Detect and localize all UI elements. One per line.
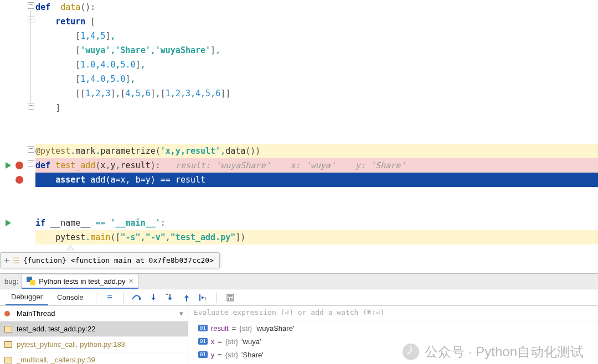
frame-label: pytest_pyfunc_call, python.py:183	[17, 340, 125, 349]
frame-icon	[4, 326, 12, 332]
code-line[interactable]: [[1,2,3],[4,5,6],[1,2,3,4,5,6]]	[35, 86, 598, 101]
frame-icon	[4, 341, 12, 348]
debug-tab-active[interactable]: Python tests in test_add.py ×	[22, 274, 138, 289]
tooltip-text: {function} <function main at 0x7fe8b037c…	[23, 256, 214, 264]
var-badge: 01	[198, 338, 208, 345]
step-into-my-icon[interactable]	[163, 291, 177, 304]
code-line[interactable]: ['wuya','Share','wuyaShare'],	[35, 43, 598, 58]
code-line[interactable]: def data():	[35, 0, 598, 14]
code-line[interactable]: [1,4.0,5.0],	[35, 72, 598, 86]
close-icon[interactable]: ×	[128, 277, 133, 285]
fold-icon[interactable]	[28, 2, 34, 9]
step-over-icon[interactable]	[130, 291, 143, 304]
step-into-icon[interactable]	[147, 291, 160, 304]
fold-icon[interactable]	[28, 146, 34, 153]
var-type: {str}	[225, 351, 238, 359]
thread-name: MainThread	[17, 309, 55, 318]
fold-icon[interactable]	[28, 160, 34, 167]
code-line[interactable]: [1,4,5],	[35, 29, 598, 43]
tab-console[interactable]: Console	[51, 290, 89, 305]
debugger-body: MainThread ▾ test_add, test_add.py:22 py…	[0, 306, 598, 364]
run-gutter-icon[interactable]	[6, 162, 11, 169]
debug-label: bug:	[1, 277, 22, 289]
var-name: result	[211, 324, 229, 332]
frame-row[interactable]: test_add, test_add.py:22	[0, 321, 188, 337]
variable-row[interactable]: 01 x = {str} 'wuya'	[188, 335, 598, 348]
code-line[interactable]	[35, 129, 598, 144]
svg-point-4	[228, 298, 229, 299]
svg-point-6	[231, 298, 233, 299]
var-badge: 01	[198, 325, 208, 331]
calculator-icon[interactable]	[224, 291, 237, 304]
run-to-cursor-icon[interactable]: I	[197, 291, 210, 304]
code-line[interactable]: pytest.main(["-s","-v","test_add.py"])	[35, 230, 598, 245]
thread-status-icon	[4, 311, 10, 316]
code-line[interactable]: @pytest.mark.parametrize('x,y,result',da…	[35, 144, 598, 158]
code-line-current[interactable]: assert add(a=x, b=y) == result	[35, 173, 598, 187]
code-line[interactable]	[35, 201, 598, 216]
tab-title: Python tests in test_add.py	[39, 277, 125, 285]
variable-row[interactable]: 01 y = {str} 'Share'	[188, 348, 598, 361]
code-area[interactable]: def data(): return [ [1,4,5], ['wuya','S…	[35, 0, 598, 245]
threads-icon[interactable]: ≡	[103, 291, 116, 304]
debugger-toolbar: Debugger Console ≡ I	[0, 289, 598, 306]
inline-debug-values: result: 'wuyaShare' x: 'wuya' y: 'Share'	[161, 160, 406, 170]
svg-point-7	[228, 299, 229, 300]
tab-debugger[interactable]: Debugger	[6, 289, 48, 305]
python-icon	[27, 277, 35, 285]
var-value: 'wuyaShare'	[255, 324, 294, 332]
svg-point-8	[230, 299, 231, 300]
fold-icon[interactable]	[28, 17, 34, 23]
thread-row[interactable]: MainThread ▾	[0, 306, 188, 321]
code-editor[interactable]: def data(): return [ [1,4,5], ['wuya','S…	[0, 0, 598, 273]
svg-point-9	[231, 299, 233, 300]
evaluate-input[interactable]: Evaluate expression (⏎) or add a watch (…	[188, 306, 598, 321]
gutter	[0, 0, 35, 273]
code-line[interactable]	[35, 115, 598, 129]
list-icon: ☰	[13, 256, 20, 265]
svg-rect-0	[166, 294, 168, 295]
frame-row[interactable]: pytest_pyfunc_call, python.py:183	[0, 337, 188, 352]
breakpoint-icon[interactable]	[16, 162, 23, 169]
code-line-error[interactable]: def test_add(x,y,result): result: 'wuyaS…	[35, 158, 598, 173]
var-name: x	[211, 337, 215, 346]
var-value: 'Share'	[241, 351, 264, 359]
code-line[interactable]: if __name__ == '__main__':	[35, 216, 598, 230]
fold-guide	[30, 10, 31, 104]
tooltip-pointer	[66, 246, 74, 251]
separator	[216, 292, 217, 303]
debug-tab-bar: bug: Python tests in test_add.py ×	[0, 273, 598, 289]
frame-row[interactable]: _multicall, _callers.py:39	[0, 352, 188, 364]
frame-icon	[4, 357, 12, 363]
variable-row[interactable]: 01 result = {str} 'wuyaShare'	[188, 321, 598, 335]
separator	[123, 292, 123, 303]
var-name: y	[211, 351, 215, 359]
svg-rect-3	[228, 295, 233, 297]
var-badge: 01	[198, 351, 208, 358]
code-line[interactable]	[35, 187, 598, 201]
fold-icon[interactable]	[28, 103, 34, 110]
separator	[96, 292, 96, 303]
svg-text:I: I	[205, 296, 207, 301]
code-line[interactable]: return [	[35, 14, 598, 29]
variables-panel[interactable]: Evaluate expression (⏎) or add a watch (…	[188, 306, 598, 364]
code-line[interactable]: ]	[35, 101, 598, 115]
var-value: 'wuya'	[241, 337, 261, 346]
breakpoint-icon[interactable]	[16, 176, 23, 184]
frame-label: test_add, test_add.py:22	[17, 325, 95, 333]
frame-label: _multicall, _callers.py:39	[17, 356, 95, 364]
evaluate-tooltip: + ☰ {function} <function main at 0x7fe8b…	[0, 252, 220, 268]
step-out-icon[interactable]	[180, 291, 193, 304]
run-gutter-icon[interactable]	[6, 220, 11, 226]
frames-panel[interactable]: MainThread ▾ test_add, test_add.py:22 py…	[0, 306, 188, 364]
chevron-down-icon[interactable]: ▾	[179, 309, 183, 318]
var-type: {str}	[239, 324, 252, 332]
svg-point-5	[230, 298, 231, 299]
plus-icon: +	[4, 255, 9, 266]
var-type: {str}	[225, 337, 238, 346]
code-line[interactable]: [1.0,4.0,5.0],	[35, 58, 598, 72]
